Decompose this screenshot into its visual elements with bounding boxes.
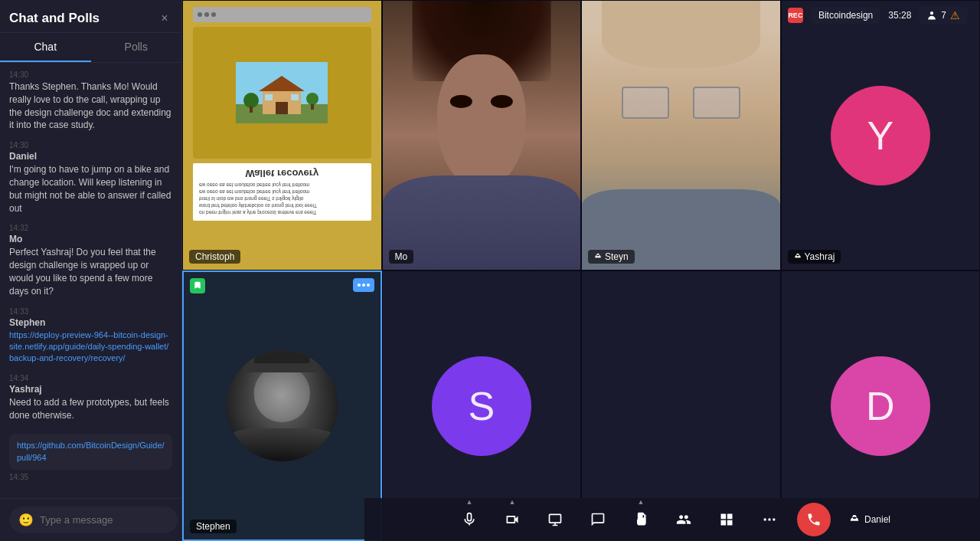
svg-point-9 <box>306 93 318 105</box>
video-topbar: REC Bitcoindesign 35:28 7 ⚠ <box>182 0 980 31</box>
mic-button[interactable] <box>454 504 485 535</box>
tab-polls[interactable]: Polls <box>91 33 182 62</box>
stephen-video-content <box>184 272 381 539</box>
chat-input-area: 🙂 <box>0 498 181 541</box>
video-cell-mo: Mo <box>382 0 582 270</box>
participants-count: 7 <box>941 10 946 21</box>
message-time: 14:30 <box>9 70 172 79</box>
bottom-toolbar: ▲ ▲ ▲ <box>364 498 980 541</box>
svg-rect-5 <box>265 94 273 100</box>
message-text: Need to add a few prototypes, but feels … <box>9 396 172 422</box>
message-input[interactable] <box>40 514 168 526</box>
message-group: 14:34 Yashraj Need to add a few prototyp… <box>9 374 172 422</box>
message-link-text: https://github.com/BitcoinDesign/Guide/p… <box>17 440 165 464</box>
cell-indicator-right <box>353 278 374 292</box>
presentation-content: Wallet recovery on been tnginr leas a yl… <box>183 1 381 270</box>
svg-rect-10 <box>311 104 314 110</box>
participant-name-mo: Mo <box>389 250 414 264</box>
participant-name-christoph: Christoph <box>189 250 240 264</box>
grid-view-button[interactable] <box>711 504 742 535</box>
chat-title: Chat and Polls <box>9 11 100 26</box>
timer-badge: 35:28 <box>888 10 911 21</box>
message-text: Perfect Yashraj! Do you feel that the de… <box>9 246 172 297</box>
message-group: https://github.com/BitcoinDesign/Guide/p… <box>9 431 172 483</box>
warning-icon: ⚠ <box>950 9 960 21</box>
video-cell-steyn: Steyn <box>581 0 781 270</box>
video-area: REC Bitcoindesign 35:28 7 ⚠ <box>182 0 980 541</box>
green-indicator <box>190 278 205 293</box>
blue-indicator <box>353 278 374 292</box>
participants-button[interactable] <box>668 504 699 535</box>
message-text: https://deploy-preview-964--bitcoin-desi… <box>9 330 172 365</box>
video-cell-yashraj: Y Yashraj <box>781 0 981 270</box>
video-cell-stephen: Stephen <box>182 270 382 541</box>
message-link-block[interactable]: https://github.com/BitcoinDesign/Guide/p… <box>9 434 172 470</box>
message-text: Thanks Stephen. Thanks Mo! Would really … <box>9 80 172 132</box>
message-time: 14:34 <box>9 374 172 382</box>
chat-messages: 14:30 Thanks Stephen. Thanks Mo! Would r… <box>0 63 181 498</box>
steyn-video-content <box>582 1 780 270</box>
svg-rect-4 <box>276 102 288 114</box>
svg-rect-6 <box>291 94 299 100</box>
cell-indicator-left <box>190 278 205 293</box>
tab-chat[interactable]: Chat <box>0 33 91 62</box>
participant-name-yashraj: Yashraj <box>788 250 841 264</box>
chat-button[interactable] <box>583 504 613 535</box>
message-time: 14:30 <box>9 141 172 149</box>
message-group: 14:30 Thanks Stephen. Thanks Mo! Would r… <box>9 70 172 132</box>
message-sender: Mo <box>9 234 172 244</box>
video-cell-christoph: Wallet recovery on been tnginr leas a yl… <box>182 0 382 270</box>
message-sender: Daniel <box>9 151 172 162</box>
message-sender: Stephen <box>9 317 172 328</box>
message-time: 14:33 <box>9 307 172 316</box>
participant-name-stephen: Stephen <box>190 520 237 533</box>
message-time: 14:35 <box>9 473 172 481</box>
yashraj-avatar-content: Y <box>782 1 980 270</box>
svg-point-12 <box>768 518 770 520</box>
chat-tabs: Chat Polls <box>0 33 181 63</box>
participants-badge: 7 ⚠ <box>919 6 968 25</box>
username-badge: Bitcoindesign <box>811 7 880 24</box>
message-group: 14:30 Daniel I'm going to have to jump o… <box>9 141 172 215</box>
screen-share-button[interactable] <box>540 504 570 535</box>
message-sender: Yashraj <box>9 384 172 395</box>
video-grid: Wallet recovery on been tnginr leas a yl… <box>182 0 980 541</box>
svg-rect-8 <box>250 107 253 113</box>
chat-panel: Chat and Polls × Chat Polls 14:30 Thanks… <box>0 0 182 541</box>
emoji-icon: 🙂 <box>18 513 34 527</box>
participant-name-steyn: Steyn <box>588 250 635 264</box>
d-avatar: D <box>831 356 930 456</box>
message-group: 14:32 Mo Perfect Yashraj! Do you feel th… <box>9 224 172 297</box>
svg-point-11 <box>763 518 766 520</box>
rec-badge: REC <box>788 8 803 23</box>
rec-indicator: REC <box>788 8 803 23</box>
more-options-button[interactable] <box>754 504 785 535</box>
svg-point-7 <box>243 93 259 108</box>
camera-button[interactable] <box>497 504 528 535</box>
message-input-container[interactable]: 🙂 <box>9 507 178 533</box>
message-group: 14:33 Stephen https://deploy-preview-964… <box>9 307 172 365</box>
mo-video-content <box>383 1 581 270</box>
close-icon[interactable]: × <box>157 11 172 26</box>
end-call-button[interactable] <box>797 503 831 536</box>
current-user-badge: Daniel <box>849 514 890 525</box>
message-text: I'm going to have to jump on a bike and … <box>9 163 172 215</box>
message-time: 14:32 <box>9 224 172 232</box>
current-user-name: Daniel <box>864 514 890 525</box>
s-avatar: S <box>432 356 531 456</box>
svg-point-13 <box>773 518 775 520</box>
chat-header: Chat and Polls × <box>0 0 181 33</box>
yashraj-avatar: Y <box>831 86 930 185</box>
raise-hand-button[interactable] <box>626 504 656 535</box>
